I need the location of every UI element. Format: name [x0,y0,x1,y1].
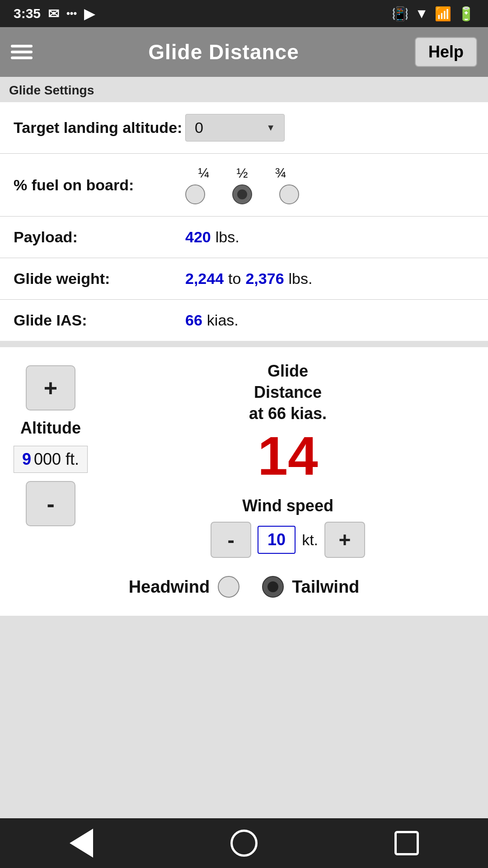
wind-plus-button[interactable]: + [324,522,365,558]
status-left: 3:35 ✉ ••• ▶ [14,6,94,22]
wind-speed-label: Wind speed [242,496,333,515]
back-button[interactable] [66,827,97,859]
headwind-radio[interactable] [218,576,239,598]
main-content: Glide Settings Target landing altitude: … [0,77,488,818]
wifi-icon: ▼ [415,6,428,21]
fuel-radio-group: ¼ ½ ¾ [185,165,299,204]
glide-weight-unit: lbs. [289,270,313,288]
glide-distance-section: + Altitude 9 000 ft. - Glide Distance at… [0,347,488,616]
altitude-minus-button[interactable]: - [26,481,75,526]
payload-label: Payload: [14,228,185,246]
headwind-label: Headwind [129,577,210,597]
tailwind-item: Tailwind [262,576,359,598]
dots-icon: ••• [66,8,77,19]
glide-inner: + Altitude 9 000 ft. - Glide Distance at… [14,361,474,558]
hamburger-line [11,45,33,47]
wind-unit: kt. [302,531,318,549]
hamburger-line [11,57,33,59]
home-button[interactable] [228,827,260,859]
glide-dist-title-line1: Glide [267,362,308,380]
app-header: Glide Distance Help [0,27,488,77]
tailwind-label: Tailwind [292,577,359,597]
vibrate-icon: 📳 [392,6,408,22]
page-title: Glide Distance [148,40,299,64]
play-icon: ▶ [84,6,94,22]
glide-dist-title: Glide Distance at 66 kias. [249,361,327,424]
glide-weight-max: 2,376 [245,270,284,288]
help-button[interactable]: Help [415,37,477,67]
glide-weight-row: Glide weight: 2,244 to 2,376 lbs. [0,258,488,300]
altitude-value-row: 9 000 ft. [14,446,88,473]
fuel-half-radio[interactable] [232,184,252,204]
altitude-plus-button[interactable]: + [26,365,75,410]
signal-icon: 📶 [435,6,451,22]
fuel-row: % fuel on board: ¼ ½ ¾ [0,154,488,217]
settings-card: Target landing altitude: 0 ▼ % fuel on b… [0,102,488,341]
glide-ias-value-container: 66 kias. [185,311,239,329]
altitude-dropdown[interactable]: 0 ▼ [185,114,285,142]
payload-value-container: 420 lbs. [185,228,239,246]
wind-direction-row: Headwind Tailwind [14,576,474,598]
status-right: 📳 ▼ 📶 🔋 [392,6,474,22]
menu-button[interactable] [11,45,33,59]
glide-dist-title-line2: Distance [254,383,322,401]
battery-icon: 🔋 [458,6,474,22]
fuel-radio-inputs [185,184,299,204]
glide-dist-value: 14 [258,429,318,483]
fuel-threequarter-radio[interactable] [279,184,299,204]
glide-ias-value: 66 [185,311,202,329]
wind-speed-controls: - 10 kt. + [211,522,365,558]
recents-button[interactable] [391,827,422,859]
altitude-row: Target landing altitude: 0 ▼ [0,102,488,154]
status-bar: 3:35 ✉ ••• ▶ 📳 ▼ 📶 🔋 [0,0,488,27]
glide-weight-min: 2,244 [185,270,224,288]
glide-weight-label: Glide weight: [14,270,185,288]
fuel-label: % fuel on board: [14,176,185,194]
wind-value: 10 [258,526,296,554]
mail-icon: ✉ [48,6,59,22]
fuel-half-label: ½ [236,165,248,181]
fuel-threequarter-label: ¾ [275,165,286,181]
wind-minus-button[interactable]: - [211,522,251,558]
bottom-nav-bar [0,818,488,868]
fuel-radio-labels: ¼ ½ ¾ [198,165,286,181]
fuel-quarter-label: ¼ [198,165,209,181]
altitude-column: + Altitude 9 000 ft. - [14,361,88,526]
altitude-dropdown-value: 0 [195,119,203,137]
section-label: Glide Settings [0,77,488,102]
glide-ias-unit: kias. [207,311,239,329]
tailwind-radio[interactable] [262,576,284,598]
hamburger-line [11,51,33,53]
glide-result-column: Glide Distance at 66 kias. 14 Wind speed… [101,361,474,558]
glide-ias-label: Glide IAS: [14,311,185,329]
altitude-unit: 000 ft. [34,450,79,469]
glide-weight-value-container: 2,244 to 2,376 lbs. [185,270,312,288]
back-icon [70,829,93,858]
payload-unit: lbs. [216,228,239,246]
glide-ias-row: Glide IAS: 66 kias. [0,300,488,341]
chevron-down-icon: ▼ [266,123,275,133]
recents-icon [394,831,419,855]
altitude-col-label: Altitude [20,419,81,438]
home-icon [230,830,258,857]
fuel-quarter-radio[interactable] [185,184,205,204]
altitude-label: Target landing altitude: [14,119,185,137]
status-time: 3:35 [14,6,41,21]
glide-dist-title-line3: at 66 kias. [249,404,327,423]
glide-weight-to: to [228,270,241,288]
headwind-item: Headwind [129,576,239,598]
altitude-number: 9 [22,450,31,469]
payload-value: 420 [185,228,211,246]
payload-row: Payload: 420 lbs. [0,217,488,258]
